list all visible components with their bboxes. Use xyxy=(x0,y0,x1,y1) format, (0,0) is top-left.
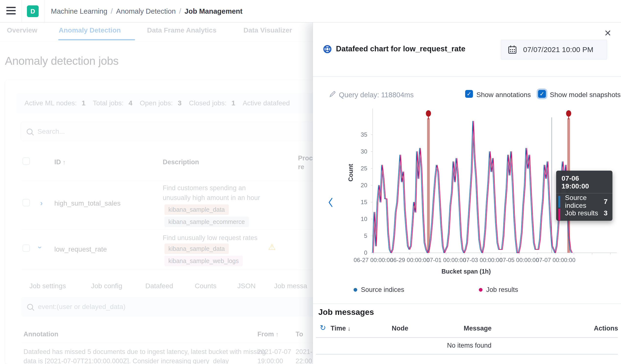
menu-icon[interactable] xyxy=(6,7,16,16)
stat-label: Active ML nodes: xyxy=(24,99,77,107)
active-tab-underline xyxy=(58,39,135,40)
column-header-message[interactable]: Message xyxy=(464,325,492,332)
sort-asc-icon: ↑ xyxy=(276,331,279,338)
space-avatar[interactable]: D xyxy=(27,5,39,17)
close-icon[interactable]: ✕ xyxy=(604,29,611,38)
stat-label: Closed jobs: xyxy=(189,99,226,107)
index-badge: kibana_sample_web_logs xyxy=(164,256,243,266)
datafeed-chart-flyout: ✕ Datafeed chart for low_request_rate 07… xyxy=(313,22,621,364)
tab-overview[interactable]: Overview xyxy=(7,26,37,34)
annotation-to-time: 22:00 xyxy=(295,357,312,364)
calendar-icon xyxy=(508,45,517,54)
column-header-processed[interactable]: Proc xyxy=(298,154,313,162)
select-all-checkbox[interactable] xyxy=(22,157,30,165)
legend-label-source-indices[interactable]: Source indices xyxy=(361,286,404,294)
search-icon xyxy=(27,129,33,134)
show-annotations-checkbox[interactable]: ✓ xyxy=(465,90,473,98)
legend-label-job-results[interactable]: Job results xyxy=(486,286,518,294)
flyout-header-divider xyxy=(313,76,621,77)
header-divider xyxy=(21,0,22,22)
stat-value: 1 xyxy=(82,99,86,107)
column-header-annotation: Annotation xyxy=(23,331,58,338)
datepicker-value: 07/07/2021 10:00 PM xyxy=(523,46,593,54)
sort-asc-icon: ↑ xyxy=(63,159,66,165)
tooltip-series-label: Job results xyxy=(565,209,598,217)
legend-dot-source-indices xyxy=(354,288,357,292)
job-id[interactable]: low_request_rate xyxy=(54,246,107,253)
x-axis-tick-label: 07-07 00:00:00 xyxy=(531,257,580,264)
y-axis-tick-label: 20 xyxy=(353,182,367,189)
tabs-bottom-border xyxy=(0,42,313,42)
breadcrumb-current: Job Management xyxy=(185,7,242,16)
column-header-actions: Actions xyxy=(594,325,618,332)
y-axis-tick-label: 0 xyxy=(353,249,367,256)
detail-tab-job-config[interactable]: Job config xyxy=(91,282,122,290)
header-divider xyxy=(45,0,45,22)
search-icon xyxy=(27,304,33,310)
stat-label: Active datafeed xyxy=(243,99,290,107)
job-description-line: unusually high amount in an hour xyxy=(163,194,260,202)
stat-value: 1 xyxy=(231,99,235,107)
tooltip-series-label: Source indices xyxy=(565,194,604,210)
index-badge: kibana_sample_data xyxy=(164,204,229,215)
column-header-id[interactable]: ID ↑ xyxy=(54,158,66,166)
column-header-node[interactable]: Node xyxy=(392,325,408,332)
job-id[interactable]: high_sum_total_sales xyxy=(54,199,121,207)
detail-tab-datafeed[interactable]: Datafeed xyxy=(145,282,173,290)
table-divider xyxy=(316,337,618,338)
detail-tab-job-settings[interactable]: Job settings xyxy=(29,282,66,290)
tab-data-visualizer[interactable]: Data Visualizer xyxy=(243,26,292,34)
annotation-text-line: Datafeed has missed 5 documents due to i… xyxy=(23,348,266,356)
expand-row-icon[interactable]: › xyxy=(40,199,43,207)
x-axis-title: Bucket span (1h) xyxy=(439,268,493,275)
chart-tooltip: 07-06 19:00:00 Source indices 7 Job resu… xyxy=(556,171,612,221)
flyout-title: Datafeed chart for low_request_rate xyxy=(336,45,466,53)
annotation-from: 2021-07-07 xyxy=(258,348,291,356)
show-model-snapshots-checkbox[interactable]: ✓ xyxy=(538,90,546,98)
app-root: D Machine Learning / Anomaly Detection /… xyxy=(0,0,621,364)
column-header-time[interactable]: Time ↓ xyxy=(330,325,351,332)
collapse-row-icon[interactable]: › xyxy=(36,246,44,249)
y-axis-tick-label: 30 xyxy=(353,148,367,155)
page-title: Anomaly detection jobs xyxy=(5,54,119,67)
annotation-text-line: data is [2021-07-07T21:00:00.000Z]. Cons… xyxy=(23,357,229,364)
column-header-to[interactable]: To xyxy=(295,331,303,338)
tooltip-row: Job results 3 xyxy=(556,208,612,221)
index-badge: kibana_sample_data xyxy=(164,244,229,254)
refresh-icon[interactable]: ↻ xyxy=(320,324,326,331)
y-axis-tick-label: 10 xyxy=(353,215,367,222)
column-header-processed-2: re xyxy=(298,163,304,171)
detail-tab-counts[interactable]: Counts xyxy=(195,282,217,290)
sort-desc-icon: ↓ xyxy=(348,325,351,332)
job-description-line: Find customers spending an xyxy=(163,184,246,192)
breadcrumb-item[interactable]: Machine Learning xyxy=(51,7,107,16)
column-header-from[interactable]: From ↑ xyxy=(258,331,279,338)
section-divider xyxy=(313,304,621,304)
breadcrumb-separator: / xyxy=(111,7,113,16)
pencil-icon[interactable] xyxy=(329,90,336,97)
column-header-description[interactable]: Description xyxy=(163,158,199,166)
show-model-snapshots-label[interactable]: Show model snapshots xyxy=(550,91,621,99)
datepicker-field[interactable]: 07/07/2021 10:00 PM xyxy=(501,40,607,59)
tab-anomaly-detection[interactable]: Anomaly Detection xyxy=(59,26,121,34)
show-annotations-label[interactable]: Show annotations xyxy=(476,91,531,99)
tooltip-divider xyxy=(556,193,612,193)
tooltip-row: Source indices 7 xyxy=(556,195,612,208)
stat-value: 3 xyxy=(178,99,182,107)
breadcrumb-separator: / xyxy=(179,7,181,16)
y-axis-tick-label: 15 xyxy=(353,199,367,206)
row-checkbox[interactable] xyxy=(22,199,30,206)
detail-tab-job-messages[interactable]: Job messa xyxy=(274,282,307,290)
breadcrumb: Machine Learning / Anomaly Detection / J… xyxy=(51,0,242,22)
ml-job-icon xyxy=(323,45,332,54)
tab-data-frame-analytics[interactable]: Data Frame Analytics xyxy=(147,26,217,34)
detail-tab-json[interactable]: JSON xyxy=(237,282,256,290)
row-checkbox[interactable] xyxy=(22,245,30,252)
warning-icon: ⚠ xyxy=(268,242,276,252)
breadcrumb-item[interactable]: Anomaly Detection xyxy=(116,7,176,16)
tooltip-series-value: 7 xyxy=(604,198,607,206)
query-delay-label: Query delay: 118804ms xyxy=(339,91,414,99)
table-divider xyxy=(316,354,618,354)
chart-prev-icon[interactable] xyxy=(328,197,333,208)
series-color-bar xyxy=(558,196,560,208)
